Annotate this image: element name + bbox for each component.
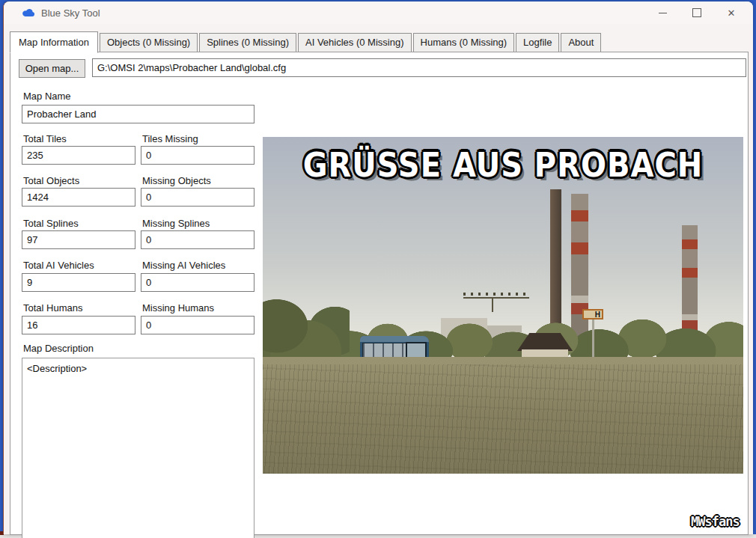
tiles-missing-input[interactable] bbox=[141, 146, 254, 165]
bus-stop-sign: H bbox=[582, 309, 603, 320]
minimize-button[interactable] bbox=[645, 1, 680, 24]
total-objects-input[interactable] bbox=[22, 188, 135, 207]
close-button[interactable]: ✕ bbox=[714, 1, 749, 24]
tab-bar: Map Information Objects (0 Missing) Spli… bbox=[10, 31, 603, 52]
missing-humans-label: Missing Humans bbox=[142, 302, 214, 314]
total-splines-label: Total Splines bbox=[23, 218, 79, 229]
foreground-grass bbox=[263, 364, 743, 474]
map-information-page: Open map... Map Name Total Tiles Tiles M… bbox=[10, 52, 749, 535]
map-path-input[interactable] bbox=[92, 58, 746, 77]
maximize-icon bbox=[692, 8, 701, 17]
tab-logfile[interactable]: Logfile bbox=[516, 33, 559, 52]
tab-ai-vehicles[interactable]: AI Vehicles (0 Missing) bbox=[298, 33, 412, 52]
total-humans-label: Total Humans bbox=[23, 302, 82, 314]
map-preview-image: H GRÜSSE AUS PROBACH bbox=[263, 137, 743, 474]
missing-objects-input[interactable] bbox=[141, 188, 254, 207]
preview-title-text: GRÜSSE AUS PROBACH bbox=[263, 145, 743, 184]
missing-objects-label: Missing Objects bbox=[142, 175, 211, 186]
tab-about[interactable]: About bbox=[561, 33, 601, 52]
bus-roof bbox=[360, 336, 429, 342]
missing-splines-label: Missing Splines bbox=[142, 218, 210, 229]
total-humans-input[interactable] bbox=[22, 316, 135, 334]
tab-humans[interactable]: Humans (0 Missing) bbox=[413, 33, 515, 52]
maximize-button[interactable] bbox=[680, 1, 714, 24]
total-tiles-label: Total Tiles bbox=[23, 133, 67, 144]
cloud-icon bbox=[22, 7, 35, 18]
bus-stop-sign-letter: H bbox=[595, 311, 600, 319]
window-title: Blue Sky Tool bbox=[41, 7, 100, 19]
close-icon: ✕ bbox=[728, 7, 736, 19]
watermark: MWsfans bbox=[691, 514, 740, 529]
map-description-label: Map Description bbox=[23, 343, 94, 354]
title-bar[interactable]: Blue Sky Tool ✕ bbox=[4, 1, 753, 24]
map-description-textarea[interactable]: <Description> bbox=[22, 358, 254, 538]
missing-ai-vehicles-label: Missing AI Vehicles bbox=[142, 260, 225, 271]
total-ai-vehicles-label: Total AI Vehicles bbox=[23, 260, 94, 271]
tiles-missing-label: Tiles Missing bbox=[142, 133, 198, 144]
missing-splines-input[interactable] bbox=[141, 230, 254, 249]
tab-splines[interactable]: Splines (0 Missing) bbox=[199, 33, 296, 52]
missing-ai-vehicles-input[interactable] bbox=[141, 273, 254, 292]
total-splines-input[interactable] bbox=[22, 230, 135, 249]
total-objects-label: Total Objects bbox=[23, 175, 79, 186]
tab-map-information[interactable]: Map Information bbox=[10, 31, 98, 53]
map-name-label: Map Name bbox=[23, 91, 71, 102]
app-window: Blue Sky Tool ✕ Map Information Objects … bbox=[3, 1, 753, 534]
missing-humans-input[interactable] bbox=[141, 316, 254, 334]
open-map-button[interactable]: Open map... bbox=[19, 59, 85, 78]
map-name-input[interactable] bbox=[22, 105, 254, 123]
tab-objects[interactable]: Objects (0 Missing) bbox=[100, 33, 198, 52]
minimize-icon bbox=[659, 13, 667, 13]
window-controls: ✕ bbox=[645, 1, 749, 24]
total-tiles-input[interactable] bbox=[22, 146, 135, 165]
total-ai-vehicles-input[interactable] bbox=[22, 273, 135, 292]
